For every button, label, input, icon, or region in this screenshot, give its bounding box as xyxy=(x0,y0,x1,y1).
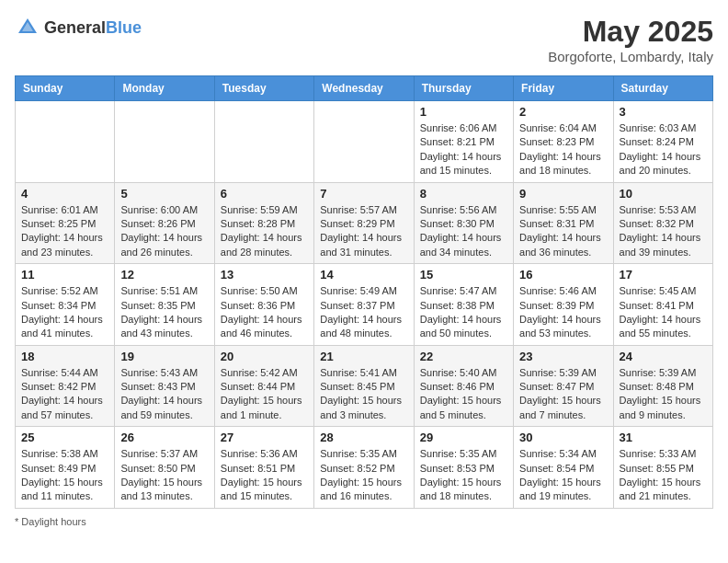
calendar-title: May 2025 xyxy=(548,15,713,49)
day-cell: 20Sunrise: 5:42 AMSunset: 8:44 PMDayligh… xyxy=(214,345,313,427)
week-row-4: 18Sunrise: 5:44 AMSunset: 8:42 PMDayligh… xyxy=(16,345,713,427)
day-info: Sunrise: 5:52 AMSunset: 8:34 PMDaylight:… xyxy=(21,284,108,341)
day-number: 31 xyxy=(620,431,707,444)
day-cell: 14Sunrise: 5:49 AMSunset: 8:37 PMDayligh… xyxy=(314,264,414,346)
logo-general: General xyxy=(44,18,106,37)
day-info: Sunrise: 6:04 AMSunset: 8:23 PMDaylight:… xyxy=(519,121,607,178)
column-header-sunday: Sunday xyxy=(16,76,115,101)
day-info: Sunrise: 5:59 AMSunset: 8:28 PMDaylight:… xyxy=(221,203,308,260)
day-cell xyxy=(214,101,313,183)
footer-label: Daylight hours xyxy=(21,516,85,527)
calendar-table: SundayMondayTuesdayWednesdayThursdayFrid… xyxy=(15,75,713,509)
logo-text: GeneralBlue xyxy=(44,18,142,38)
calendar-header-row: SundayMondayTuesdayWednesdayThursdayFrid… xyxy=(16,76,713,101)
day-info: Sunrise: 5:40 AMSunset: 8:46 PMDaylight:… xyxy=(420,366,507,423)
day-cell: 19Sunrise: 5:43 AMSunset: 8:43 PMDayligh… xyxy=(115,345,214,427)
day-cell: 17Sunrise: 5:45 AMSunset: 8:41 PMDayligh… xyxy=(613,264,712,346)
day-number: 12 xyxy=(120,268,208,282)
day-cell: 15Sunrise: 5:47 AMSunset: 8:38 PMDayligh… xyxy=(414,264,513,346)
day-number: 29 xyxy=(420,431,507,444)
column-header-thursday: Thursday xyxy=(414,76,513,101)
day-info: Sunrise: 6:01 AMSunset: 8:25 PMDaylight:… xyxy=(21,203,108,260)
day-cell: 10Sunrise: 5:53 AMSunset: 8:32 PMDayligh… xyxy=(613,182,712,264)
day-info: Sunrise: 5:33 AMSunset: 8:55 PMDaylight:… xyxy=(620,447,707,504)
day-number: 11 xyxy=(21,268,108,282)
logo: GeneralBlue xyxy=(15,15,142,40)
day-cell xyxy=(115,101,214,183)
day-cell: 25Sunrise: 5:38 AMSunset: 8:49 PMDayligh… xyxy=(16,427,115,509)
day-cell: 18Sunrise: 5:44 AMSunset: 8:42 PMDayligh… xyxy=(16,345,115,427)
day-number: 16 xyxy=(519,268,607,282)
day-info: Sunrise: 5:35 AMSunset: 8:53 PMDaylight:… xyxy=(420,447,507,504)
week-row-3: 11Sunrise: 5:52 AMSunset: 8:34 PMDayligh… xyxy=(16,264,713,346)
day-number: 21 xyxy=(320,350,407,363)
logo-blue: Blue xyxy=(106,18,142,37)
day-cell: 7Sunrise: 5:57 AMSunset: 8:29 PMDaylight… xyxy=(314,182,414,264)
day-number: 7 xyxy=(320,187,407,201)
day-cell: 23Sunrise: 5:39 AMSunset: 8:47 PMDayligh… xyxy=(514,345,613,427)
day-number: 10 xyxy=(620,187,707,201)
day-cell: 6Sunrise: 5:59 AMSunset: 8:28 PMDaylight… xyxy=(214,182,313,264)
day-number: 20 xyxy=(221,350,308,363)
day-info: Sunrise: 5:47 AMSunset: 8:38 PMDaylight:… xyxy=(420,284,507,341)
day-info: Sunrise: 5:44 AMSunset: 8:42 PMDaylight:… xyxy=(21,366,108,423)
week-row-5: 25Sunrise: 5:38 AMSunset: 8:49 PMDayligh… xyxy=(16,427,713,509)
day-number: 1 xyxy=(420,105,507,119)
day-info: Sunrise: 5:39 AMSunset: 8:48 PMDaylight:… xyxy=(620,366,707,423)
day-cell: 29Sunrise: 5:35 AMSunset: 8:53 PMDayligh… xyxy=(414,427,513,509)
day-cell: 30Sunrise: 5:34 AMSunset: 8:54 PMDayligh… xyxy=(514,427,613,509)
day-number: 2 xyxy=(519,105,607,119)
day-number: 25 xyxy=(21,431,108,444)
column-header-friday: Friday xyxy=(514,76,613,101)
column-header-saturday: Saturday xyxy=(613,76,712,101)
day-info: Sunrise: 5:51 AMSunset: 8:35 PMDaylight:… xyxy=(120,284,208,341)
page-header: GeneralBlue May 2025 Borgoforte, Lombard… xyxy=(15,15,713,64)
column-header-tuesday: Tuesday xyxy=(214,76,313,101)
day-number: 17 xyxy=(620,268,707,282)
day-number: 14 xyxy=(320,268,407,282)
day-info: Sunrise: 5:57 AMSunset: 8:29 PMDaylight:… xyxy=(320,203,407,260)
day-cell: 22Sunrise: 5:40 AMSunset: 8:46 PMDayligh… xyxy=(414,345,513,427)
day-number: 3 xyxy=(620,105,707,119)
day-cell: 12Sunrise: 5:51 AMSunset: 8:35 PMDayligh… xyxy=(115,264,214,346)
day-number: 5 xyxy=(120,187,208,201)
day-cell: 26Sunrise: 5:37 AMSunset: 8:50 PMDayligh… xyxy=(115,427,214,509)
day-info: Sunrise: 5:46 AMSunset: 8:39 PMDaylight:… xyxy=(519,284,607,341)
day-cell: 13Sunrise: 5:50 AMSunset: 8:36 PMDayligh… xyxy=(214,264,313,346)
logo-icon xyxy=(15,15,40,40)
day-info: Sunrise: 5:49 AMSunset: 8:37 PMDaylight:… xyxy=(320,284,407,341)
week-row-1: 1Sunrise: 6:06 AMSunset: 8:21 PMDaylight… xyxy=(16,101,713,183)
day-number: 27 xyxy=(221,431,308,444)
title-block: May 2025 Borgoforte, Lombardy, Italy xyxy=(548,15,713,64)
day-number: 8 xyxy=(420,187,507,201)
day-cell: 24Sunrise: 5:39 AMSunset: 8:48 PMDayligh… xyxy=(613,345,712,427)
day-cell: 31Sunrise: 5:33 AMSunset: 8:55 PMDayligh… xyxy=(613,427,712,509)
day-number: 28 xyxy=(320,431,407,444)
day-number: 22 xyxy=(420,350,507,363)
day-number: 24 xyxy=(620,350,707,363)
day-info: Sunrise: 5:50 AMSunset: 8:36 PMDaylight:… xyxy=(221,284,308,341)
day-number: 23 xyxy=(519,350,607,363)
day-info: Sunrise: 6:06 AMSunset: 8:21 PMDaylight:… xyxy=(420,121,507,178)
day-cell: 4Sunrise: 6:01 AMSunset: 8:25 PMDaylight… xyxy=(16,182,115,264)
day-info: Sunrise: 5:41 AMSunset: 8:45 PMDaylight:… xyxy=(320,366,407,423)
day-info: Sunrise: 5:34 AMSunset: 8:54 PMDaylight:… xyxy=(519,447,607,504)
day-cell: 28Sunrise: 5:35 AMSunset: 8:52 PMDayligh… xyxy=(314,427,414,509)
day-info: Sunrise: 5:45 AMSunset: 8:41 PMDaylight:… xyxy=(620,284,707,341)
day-info: Sunrise: 5:37 AMSunset: 8:50 PMDaylight:… xyxy=(120,447,208,504)
day-number: 9 xyxy=(519,187,607,201)
day-cell: 16Sunrise: 5:46 AMSunset: 8:39 PMDayligh… xyxy=(514,264,613,346)
week-row-2: 4Sunrise: 6:01 AMSunset: 8:25 PMDaylight… xyxy=(16,182,713,264)
day-info: Sunrise: 5:35 AMSunset: 8:52 PMDaylight:… xyxy=(320,447,407,504)
column-header-wednesday: Wednesday xyxy=(314,76,414,101)
day-cell: 2Sunrise: 6:04 AMSunset: 8:23 PMDaylight… xyxy=(514,101,613,183)
day-info: Sunrise: 5:55 AMSunset: 8:31 PMDaylight:… xyxy=(519,203,607,260)
day-number: 30 xyxy=(519,431,607,444)
day-info: Sunrise: 5:42 AMSunset: 8:44 PMDaylight:… xyxy=(221,366,308,423)
day-number: 6 xyxy=(221,187,308,201)
day-info: Sunrise: 5:43 AMSunset: 8:43 PMDaylight:… xyxy=(120,366,208,423)
calendar-location: Borgoforte, Lombardy, Italy xyxy=(548,49,713,64)
day-cell xyxy=(314,101,414,183)
day-cell: 21Sunrise: 5:41 AMSunset: 8:45 PMDayligh… xyxy=(314,345,414,427)
day-number: 19 xyxy=(120,350,208,363)
